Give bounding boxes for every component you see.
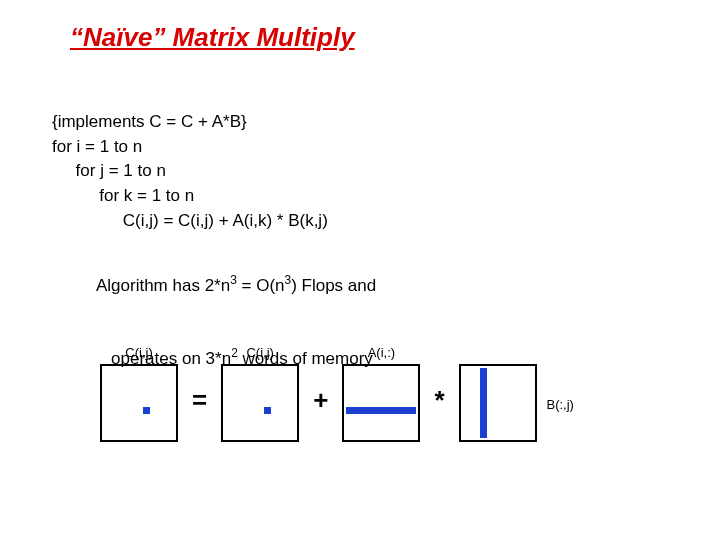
code-line-4: for k = 1 to n — [52, 184, 328, 209]
txt: ) Flops and — [291, 275, 376, 294]
element-dot — [264, 407, 271, 414]
complexity-line-1: Algorithm has 2*n3 = O(n3) Flops and — [78, 248, 376, 321]
row-stripe — [346, 407, 416, 414]
txt: = O(n — [237, 275, 285, 294]
code-line-1: {implements C = C + A*B} — [52, 110, 328, 135]
matrix-a: A(i,:) — [342, 345, 420, 442]
plus-op: + — [299, 385, 342, 416]
label-b: B(:,j) — [547, 397, 574, 412]
matrix-c-input: C(i,j) — [221, 345, 299, 442]
label-c2: C(i,j) — [246, 345, 273, 361]
code-line-2: for i = 1 to n — [52, 135, 328, 160]
equals-op: = — [178, 385, 221, 416]
matrix-diagram: C(i,j) = C(i,j) + A(i,:) * B(:,j) — [100, 345, 574, 442]
pseudocode-block: {implements C = C + A*B} for i = 1 to n … — [52, 110, 328, 233]
code-line-3: for j = 1 to n — [52, 159, 328, 184]
matrix-box — [100, 364, 178, 442]
label-c1: C(i,j) — [125, 345, 152, 361]
code-line-5: C(i,j) = C(i,j) + A(i,k) * B(k,j) — [52, 209, 328, 234]
slide-title: “Naïve” Matrix Multiply — [70, 22, 355, 53]
label-a: A(i,:) — [368, 345, 395, 361]
txt: Algorithm has 2*n — [96, 275, 230, 294]
element-dot — [143, 407, 150, 414]
matrix-b — [459, 345, 537, 442]
matrix-c-result: C(i,j) — [100, 345, 178, 442]
times-op: * — [420, 385, 458, 416]
exponent: 3 — [230, 273, 237, 287]
matrix-box — [342, 364, 420, 442]
matrix-box — [459, 364, 537, 442]
col-stripe — [480, 368, 487, 438]
matrix-box — [221, 364, 299, 442]
